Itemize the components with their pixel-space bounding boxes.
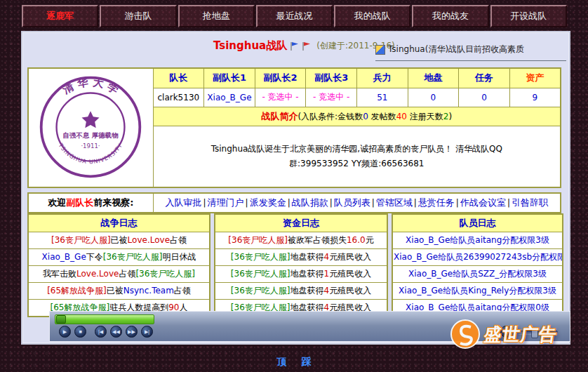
player-progress-slider[interactable] xyxy=(55,314,154,324)
text-segment: 前来视察: xyxy=(93,197,133,208)
mute-button[interactable] xyxy=(500,326,512,338)
nav-tab-my-team[interactable]: 我的战队 xyxy=(334,5,410,27)
col-header-troops: 兵力 xyxy=(357,68,408,88)
vice3-election-status[interactable]: - 竞选中 - xyxy=(306,88,357,107)
text-segment: 发帖数 xyxy=(368,112,396,121)
volume-slider[interactable] xyxy=(517,331,558,335)
manage-link-4[interactable]: 队员列表 xyxy=(334,197,370,208)
link-separator: | xyxy=(330,198,333,208)
nav-tab-zhulujun[interactable]: 逐鹿军 xyxy=(22,5,98,27)
col-header-vice3: 副队长3 xyxy=(306,68,357,88)
manage-link-6[interactable]: 悬赏任务 xyxy=(418,197,455,208)
player-slider-handle[interactable] xyxy=(56,315,66,324)
vote-up-link[interactable]: 顶 xyxy=(276,356,286,367)
text-segment: Xiao_B_Ge给队员26399027243sb分配权限3级 xyxy=(394,252,563,262)
member-log-title: 队员日志 xyxy=(392,214,563,232)
text-segment: 元殖民收入 xyxy=(329,252,371,262)
nav-tab-create-team[interactable]: 开设战队 xyxy=(490,5,567,27)
text-segment: 注册天数 xyxy=(407,112,443,121)
text-segment: 元殖民收入 xyxy=(329,286,371,295)
vice1-name[interactable]: Xiao_B_Ge xyxy=(204,88,255,107)
nav-tab-label: 抢地盘 xyxy=(203,10,230,22)
text-segment: 已被 xyxy=(111,235,128,245)
text-segment: 1 xyxy=(324,269,330,279)
text-segment: [36丧尸吃人服] xyxy=(231,286,290,295)
text-segment: 占领 xyxy=(170,235,187,245)
top-nav: 逐鹿军 游击队 抢地盘 最近战况 我的战队 我的战友 开设战队 xyxy=(21,5,568,27)
nav-tab-label: 游击队 xyxy=(124,10,152,22)
text-segment: 4 xyxy=(324,252,330,262)
intro-conditions: (入队条件:金钱数0 发帖数40 注册天数2) xyxy=(298,112,452,121)
vice2-election-status[interactable]: - 竞选中 - xyxy=(255,88,306,107)
text-segment: 已被 xyxy=(107,286,123,295)
manage-link-5[interactable]: 管辖区域 xyxy=(376,197,413,208)
text-segment: Nsync.Team xyxy=(123,286,174,295)
vote-down-link[interactable]: 踩 xyxy=(302,356,312,367)
manage-links: 入队审批|清理门户|派发奖金|战队捐款|队员列表|管辖区域|悬赏任务|作战会议室… xyxy=(153,193,561,213)
previous-track-button[interactable]: |◀ xyxy=(95,326,107,338)
manage-link-0[interactable]: 入队审批 xyxy=(166,197,202,208)
log-section: 战争日志 [36丧尸吃人服]已被Love.Love占领 Xiao_B_Ge下令[… xyxy=(27,213,561,317)
territory-value: 0 xyxy=(408,88,459,107)
text-segment: 16.0 xyxy=(347,235,366,245)
text-segment: [36丧尸吃人服] xyxy=(135,269,195,279)
team-description: Tsinghua战队诞生于北京美丽的清华园,诚招高素质的丧尸队员！ 清华战队QQ… xyxy=(153,126,561,187)
nav-tab-qiangdipan[interactable]: 抢地盘 xyxy=(178,5,255,27)
manage-link-3[interactable]: 战队捐款 xyxy=(292,197,328,208)
next-track-button[interactable]: ▶| xyxy=(141,326,153,338)
fast-forward-button[interactable]: ▶▶ xyxy=(126,326,138,338)
text-segment: 占领 xyxy=(174,286,191,295)
text-segment: 元 xyxy=(366,235,374,245)
text-segment: 我军击败 xyxy=(43,269,76,279)
manage-link-8[interactable]: 引咎辞职 xyxy=(512,197,548,208)
manage-link-1[interactable]: 清理门户 xyxy=(208,197,244,208)
nav-tab-recent-battles[interactable]: 最近战况 xyxy=(256,5,333,27)
manage-link-7[interactable]: 作战会议室 xyxy=(460,197,506,208)
col-header-territory: 地盘 xyxy=(408,68,459,88)
volume-slider-handle[interactable] xyxy=(531,328,538,338)
col-header-vice1: 副队长1 xyxy=(204,68,255,88)
text-segment: [36丧尸吃人服] xyxy=(231,252,290,262)
text-segment: 被敌军占领损失 xyxy=(288,235,347,245)
mission-value: 0 xyxy=(459,88,510,107)
team-logo-cell: 清 华 大 学 TSINGHUA UNIVERSITY 自强不息 厚德载物 ·1… xyxy=(28,68,153,187)
nav-tab-label: 开设战队 xyxy=(510,10,547,22)
svg-text:自强不息 厚德载物: 自强不息 厚德载物 xyxy=(63,131,119,139)
rewind-button[interactable]: ◀◀ xyxy=(110,326,122,338)
war-log-row: Xiao_B_Ge下令[36丧尸吃人服]明日休战 xyxy=(28,249,210,266)
nav-tab-label: 逐鹿军 xyxy=(46,10,74,22)
team-title: Tsinghua战队 xyxy=(213,39,287,53)
nav-tab-label: 我的战友 xyxy=(432,10,469,22)
vote-bar: 顶 踩 xyxy=(0,354,588,368)
text-segment: 地盘获得 xyxy=(290,269,324,279)
war-log-table: 战争日志 [36丧尸吃人服]已被Love.Love占领 Xiao_B_Ge下令[… xyxy=(27,213,211,317)
text-segment: 元殖民收入 xyxy=(329,269,371,279)
welcome-vice-label: 欢迎副队长前来视察: xyxy=(28,193,153,213)
text-segment: Xiao_B_Ge给队员SZZ_分配权限3级 xyxy=(408,269,547,279)
text-segment: 40 xyxy=(396,112,407,121)
stop-button[interactable]: ■ xyxy=(74,326,86,338)
fund-log-row: [36丧尸吃人服]地盘获得4元殖民收入 xyxy=(215,249,387,266)
war-log-row: [36丧尸吃人服]已被Love.Love占领 xyxy=(28,232,210,249)
leader-name[interactable]: clark5130 xyxy=(153,88,204,107)
play-button[interactable]: ▶ xyxy=(59,326,71,338)
text-segment: 占领 xyxy=(119,269,135,279)
fund-log-row: [36丧尸吃人服]地盘获得4元殖民收入 xyxy=(215,283,387,300)
manage-link-2[interactable]: 派发奖金 xyxy=(250,197,286,208)
text-segment: Xiao_B_Ge xyxy=(42,252,86,262)
text-segment: [36丧尸吃人服] xyxy=(228,235,288,245)
war-log-row: [65解放战争服]已被Nsync.Team占领 xyxy=(28,283,210,300)
text-segment: [36丧尸吃人服] xyxy=(51,235,111,245)
war-log-title: 战争日志 xyxy=(28,214,210,232)
text-segment: 地盘获得 xyxy=(290,286,324,295)
page: 逐鹿军 游击队 抢地盘 最近战况 我的战队 我的战友 开设战队 Tsinghua… xyxy=(0,0,588,372)
fund-log-table: 资金日志 [36丧尸吃人服]被敌军占领损失16.0元 [36丧尸吃人服]地盘获得… xyxy=(214,213,388,317)
nav-tab-my-comrades[interactable]: 我的战友 xyxy=(412,5,488,27)
fund-log-row: [36丧尸吃人服]被敌军占领损失16.0元 xyxy=(215,232,387,249)
nav-tab-youjidui[interactable]: 游击队 xyxy=(100,5,176,27)
link-separator: | xyxy=(288,198,290,208)
text-segment: 地盘获得 xyxy=(290,252,324,262)
member-log-row: Xiao_B_Ge给队员26399027243sb分配权限3级 xyxy=(392,249,563,266)
recruit-notice-text: Tsinghua(清华)战队目前招收高素质 xyxy=(388,44,524,55)
team-header: Tsinghua战队 (创建于:2011-9-16) xyxy=(213,39,395,53)
